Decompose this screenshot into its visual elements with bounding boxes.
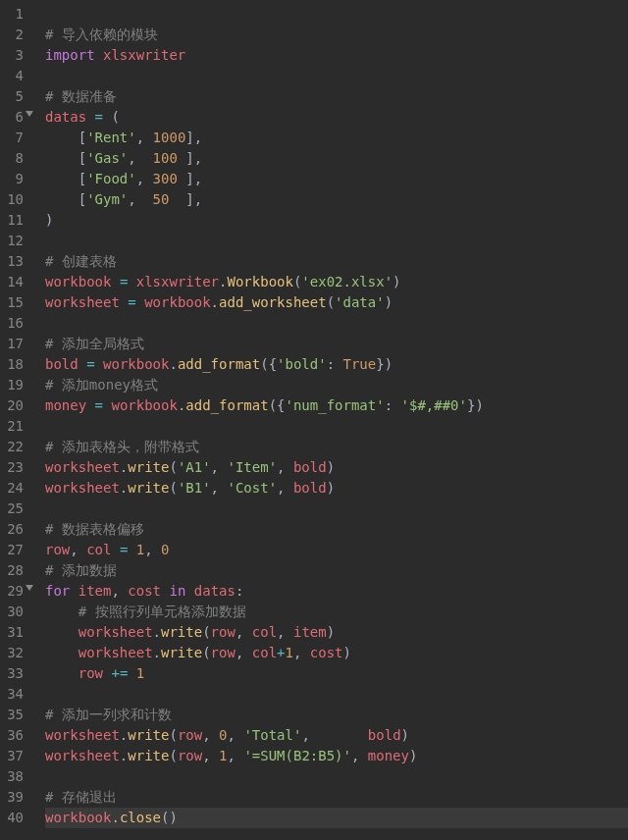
code-line[interactable]: # 添加money格式 — [45, 375, 628, 395]
token-cmt: # 导入依赖的模块 — [45, 26, 158, 42]
token-str: 'A1' — [178, 459, 211, 475]
token-fn: add_format — [178, 356, 260, 372]
token-pun: ( — [169, 459, 177, 475]
token-num: 1 — [219, 748, 227, 763]
line-number: 7 — [4, 128, 24, 148]
code-line[interactable]: worksheet.write(row, col+1, cost) — [45, 643, 628, 663]
code-line[interactable]: workbook.close() — [45, 808, 628, 828]
token-num: 1 — [136, 665, 144, 681]
token-pl — [128, 274, 135, 289]
code-line[interactable]: # 存储退出 — [45, 787, 628, 808]
line-number: 10 — [4, 189, 24, 210]
code-line[interactable]: # 添加表格头，附带格式 — [45, 437, 628, 457]
token-kw: import — [45, 47, 95, 63]
token-pun: , — [144, 542, 152, 557]
token-pl — [45, 150, 78, 166]
code-line[interactable]: ) — [45, 210, 628, 231]
token-id: bold — [293, 459, 327, 475]
code-line[interactable]: worksheet.write(row, 1, '=SUM(B2:B5)', m… — [45, 746, 628, 766]
line-number: 5 — [4, 86, 24, 107]
code-line[interactable]: worksheet = workbook.add_worksheet('data… — [45, 292, 628, 313]
line-number: 14 — [4, 272, 24, 292]
code-line[interactable] — [45, 231, 628, 251]
code-line[interactable]: ['Gym', 50 ], — [45, 189, 628, 210]
fold-toggle-icon[interactable] — [26, 111, 33, 117]
token-fn: write — [161, 645, 202, 660]
code-line[interactable] — [45, 499, 628, 519]
code-line[interactable]: # 添加一列求和计数 — [45, 705, 628, 725]
code-line[interactable]: ['Food', 300 ], — [45, 169, 628, 189]
code-line[interactable]: worksheet.write('A1', 'Item', bold) — [45, 457, 628, 478]
token-op: = — [86, 356, 94, 372]
code-line[interactable] — [45, 766, 628, 787]
token-pun: . — [153, 645, 161, 660]
token-fn: add_worksheet — [219, 294, 327, 310]
fold-toggle-icon[interactable] — [26, 585, 33, 591]
code-line[interactable] — [45, 66, 628, 86]
token-id: xlsxwriter — [103, 47, 185, 63]
code-line[interactable]: # 导入依赖的模块 — [45, 25, 628, 45]
code-line[interactable]: row += 1 — [45, 663, 628, 684]
token-fn: add_format — [185, 397, 268, 413]
code-line[interactable]: worksheet.write('B1', 'Cost', bold) — [45, 478, 628, 499]
code-line[interactable]: # 数据准备 — [45, 86, 628, 107]
line-number: 3 — [4, 45, 24, 66]
code-line[interactable]: worksheet.write(row, col, item) — [45, 622, 628, 643]
line-number: 25 — [4, 499, 24, 519]
code-line[interactable]: # 数据表格偏移 — [45, 519, 628, 540]
token-pl — [95, 47, 103, 63]
code-line[interactable]: for item, cost in datas: — [45, 581, 628, 602]
token-pl — [301, 645, 309, 660]
line-number: 16 — [4, 313, 24, 334]
code-line[interactable] — [45, 684, 628, 705]
line-number: 39 — [4, 787, 24, 808]
line-number: 17 — [4, 334, 24, 354]
token-pun: : — [236, 583, 243, 599]
token-pun: ], — [185, 130, 202, 145]
token-pl — [45, 665, 78, 681]
token-pun: , — [301, 727, 309, 743]
token-id: row — [211, 624, 236, 640]
line-number: 36 — [4, 725, 24, 746]
token-id: workbook — [45, 810, 111, 825]
code-line[interactable]: # 创建表格 — [45, 251, 628, 272]
code-line[interactable]: # 按照行列单元格添加数据 — [45, 602, 628, 622]
token-str: '=SUM(B2:B5)' — [243, 748, 351, 763]
token-id: row — [211, 645, 236, 660]
token-cls: Workbook — [227, 274, 292, 289]
line-number: 23 — [4, 457, 24, 478]
token-pun: ) — [401, 727, 409, 743]
token-pun: ) — [343, 645, 351, 660]
code-line[interactable] — [45, 313, 628, 334]
code-line[interactable]: # 添加数据 — [45, 560, 628, 581]
token-id: worksheet — [45, 727, 120, 743]
line-number: 32 — [4, 643, 24, 663]
token-pun: ({ — [260, 356, 277, 372]
line-number: 4 — [4, 66, 24, 86]
token-str: 'Cost' — [227, 480, 277, 496]
code-line[interactable]: datas = ( — [45, 107, 628, 128]
code-line[interactable]: worksheet.write(row, 0, 'Total', bold) — [45, 725, 628, 746]
code-line[interactable]: import xlsxwriter — [45, 45, 628, 66]
code-line[interactable]: # 添加全局格式 — [45, 334, 628, 354]
token-str: 'Item' — [227, 459, 277, 475]
token-kw: for — [45, 583, 70, 599]
code-area[interactable]: # 导入依赖的模块import xlsxwriter# 数据准备datas = … — [31, 0, 628, 840]
code-line[interactable]: money = workbook.add_format({'num_format… — [45, 395, 628, 416]
token-id: datas — [45, 109, 86, 125]
code-line[interactable]: ['Rent', 1000], — [45, 128, 628, 148]
token-id: xlsxwriter — [136, 274, 219, 289]
token-pun: ) — [327, 480, 335, 496]
token-pun: ) — [45, 212, 53, 228]
code-line[interactable]: workbook = xlsxwriter.Workbook('ex02.xls… — [45, 272, 628, 292]
token-cmt: # 添加一列求和计数 — [45, 707, 172, 722]
token-id: workbook — [144, 294, 210, 310]
token-pun: ) — [327, 624, 335, 640]
code-editor[interactable]: 1234567891011121314151617181920212223242… — [0, 0, 628, 840]
code-line[interactable]: bold = workbook.add_format({'bold': True… — [45, 354, 628, 375]
code-line[interactable] — [45, 416, 628, 437]
code-line[interactable] — [45, 4, 628, 25]
code-line[interactable]: row, col = 1, 0 — [45, 540, 628, 560]
code-line[interactable]: ['Gas', 100 ], — [45, 148, 628, 169]
token-pl — [211, 727, 219, 743]
